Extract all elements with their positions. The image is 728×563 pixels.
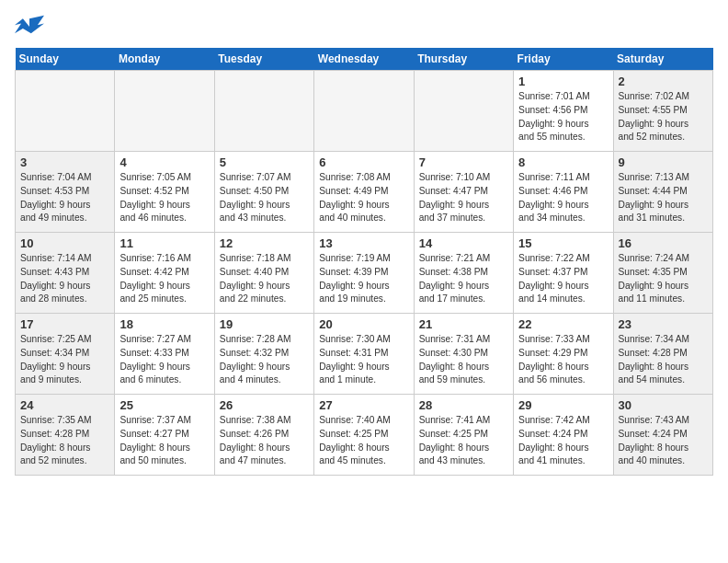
calendar-cell: 16Sunrise: 7:24 AM Sunset: 4:35 PM Dayli… <box>613 233 712 314</box>
svg-marker-0 <box>15 16 44 34</box>
day-number: 19 <box>220 317 309 331</box>
day-number: 14 <box>419 236 508 250</box>
day-info: Sunrise: 7:08 AM Sunset: 4:49 PM Dayligh… <box>319 171 408 225</box>
day-info: Sunrise: 7:41 AM Sunset: 4:25 PM Dayligh… <box>419 414 508 468</box>
calendar-cell <box>214 71 313 152</box>
day-number: 3 <box>20 155 109 169</box>
day-info: Sunrise: 7:24 AM Sunset: 4:35 PM Dayligh… <box>619 252 708 306</box>
logo <box>15 15 48 40</box>
col-header-thursday: Thursday <box>414 48 513 71</box>
calendar-cell: 5Sunrise: 7:07 AM Sunset: 4:50 PM Daylig… <box>214 152 313 233</box>
day-info: Sunrise: 7:13 AM Sunset: 4:44 PM Dayligh… <box>619 171 708 225</box>
day-info: Sunrise: 7:05 AM Sunset: 4:52 PM Dayligh… <box>119 171 209 225</box>
calendar-cell <box>115 71 214 152</box>
day-number: 27 <box>319 398 408 412</box>
calendar-cell: 9Sunrise: 7:13 AM Sunset: 4:44 PM Daylig… <box>613 152 712 233</box>
day-info: Sunrise: 7:10 AM Sunset: 4:47 PM Dayligh… <box>419 171 508 225</box>
day-number: 2 <box>619 75 708 88</box>
day-number: 18 <box>119 317 209 331</box>
day-number: 16 <box>619 236 708 250</box>
calendar-cell: 11Sunrise: 7:16 AM Sunset: 4:42 PM Dayli… <box>115 233 214 314</box>
calendar-cell: 12Sunrise: 7:18 AM Sunset: 4:40 PM Dayli… <box>214 233 313 314</box>
calendar-cell: 22Sunrise: 7:33 AM Sunset: 4:29 PM Dayli… <box>514 314 613 395</box>
calendar-cell: 24Sunrise: 7:35 AM Sunset: 4:28 PM Dayli… <box>16 395 115 476</box>
calendar-cell <box>16 71 115 152</box>
day-info: Sunrise: 7:11 AM Sunset: 4:46 PM Dayligh… <box>518 171 608 225</box>
day-number: 17 <box>20 317 109 331</box>
calendar-cell: 17Sunrise: 7:25 AM Sunset: 4:34 PM Dayli… <box>16 314 115 395</box>
day-number: 6 <box>319 155 408 169</box>
day-info: Sunrise: 7:19 AM Sunset: 4:39 PM Dayligh… <box>319 252 408 306</box>
calendar-row-4: 24Sunrise: 7:35 AM Sunset: 4:28 PM Dayli… <box>16 395 713 476</box>
calendar-row-0: 1Sunrise: 7:01 AM Sunset: 4:56 PM Daylig… <box>16 71 713 152</box>
calendar-cell: 29Sunrise: 7:42 AM Sunset: 4:24 PM Dayli… <box>514 395 613 476</box>
calendar-cell <box>414 71 513 152</box>
day-number: 22 <box>518 317 608 331</box>
day-info: Sunrise: 7:16 AM Sunset: 4:42 PM Dayligh… <box>119 252 209 306</box>
day-info: Sunrise: 7:22 AM Sunset: 4:37 PM Dayligh… <box>518 252 608 306</box>
calendar-cell: 1Sunrise: 7:01 AM Sunset: 4:56 PM Daylig… <box>514 71 613 152</box>
calendar-cell <box>314 71 414 152</box>
logo-icon <box>15 15 44 40</box>
day-number: 30 <box>619 398 708 412</box>
day-info: Sunrise: 7:35 AM Sunset: 4:28 PM Dayligh… <box>20 414 109 468</box>
day-info: Sunrise: 7:33 AM Sunset: 4:29 PM Dayligh… <box>518 333 608 387</box>
day-info: Sunrise: 7:40 AM Sunset: 4:25 PM Dayligh… <box>319 414 408 468</box>
calendar-row-1: 3Sunrise: 7:04 AM Sunset: 4:53 PM Daylig… <box>16 152 713 233</box>
calendar-row-2: 10Sunrise: 7:14 AM Sunset: 4:43 PM Dayli… <box>16 233 713 314</box>
calendar-cell: 19Sunrise: 7:28 AM Sunset: 4:32 PM Dayli… <box>214 314 313 395</box>
day-number: 9 <box>619 155 708 169</box>
day-info: Sunrise: 7:27 AM Sunset: 4:33 PM Dayligh… <box>119 333 209 387</box>
calendar-cell: 28Sunrise: 7:41 AM Sunset: 4:25 PM Dayli… <box>414 395 513 476</box>
calendar-cell: 10Sunrise: 7:14 AM Sunset: 4:43 PM Dayli… <box>16 233 115 314</box>
col-header-sunday: Sunday <box>16 48 115 71</box>
calendar-cell: 26Sunrise: 7:38 AM Sunset: 4:26 PM Dayli… <box>214 395 313 476</box>
day-info: Sunrise: 7:02 AM Sunset: 4:55 PM Dayligh… <box>619 90 708 144</box>
calendar-cell: 23Sunrise: 7:34 AM Sunset: 4:28 PM Dayli… <box>613 314 712 395</box>
day-number: 25 <box>119 398 209 412</box>
calendar-cell: 6Sunrise: 7:08 AM Sunset: 4:49 PM Daylig… <box>314 152 414 233</box>
day-number: 7 <box>419 155 508 169</box>
col-header-friday: Friday <box>514 48 613 71</box>
day-number: 5 <box>220 155 309 169</box>
day-number: 8 <box>518 155 608 169</box>
day-info: Sunrise: 7:07 AM Sunset: 4:50 PM Dayligh… <box>220 171 309 225</box>
day-info: Sunrise: 7:01 AM Sunset: 4:56 PM Dayligh… <box>518 90 608 144</box>
col-header-tuesday: Tuesday <box>214 48 313 71</box>
day-number: 10 <box>20 236 109 250</box>
calendar-cell: 2Sunrise: 7:02 AM Sunset: 4:55 PM Daylig… <box>613 71 712 152</box>
page-header <box>15 15 713 40</box>
day-info: Sunrise: 7:42 AM Sunset: 4:24 PM Dayligh… <box>518 414 608 468</box>
day-info: Sunrise: 7:28 AM Sunset: 4:32 PM Dayligh… <box>220 333 309 387</box>
calendar-table: SundayMondayTuesdayWednesdayThursdayFrid… <box>15 48 713 476</box>
calendar-cell: 14Sunrise: 7:21 AM Sunset: 4:38 PM Dayli… <box>414 233 513 314</box>
day-number: 23 <box>619 317 708 331</box>
day-info: Sunrise: 7:04 AM Sunset: 4:53 PM Dayligh… <box>20 171 109 225</box>
col-header-saturday: Saturday <box>613 48 712 71</box>
calendar-cell: 21Sunrise: 7:31 AM Sunset: 4:30 PM Dayli… <box>414 314 513 395</box>
day-number: 15 <box>518 236 608 250</box>
day-info: Sunrise: 7:34 AM Sunset: 4:28 PM Dayligh… <box>619 333 708 387</box>
day-number: 12 <box>220 236 309 250</box>
col-header-wednesday: Wednesday <box>314 48 414 71</box>
day-number: 4 <box>119 155 209 169</box>
day-info: Sunrise: 7:30 AM Sunset: 4:31 PM Dayligh… <box>319 333 408 387</box>
calendar-cell: 4Sunrise: 7:05 AM Sunset: 4:52 PM Daylig… <box>115 152 214 233</box>
calendar-cell: 7Sunrise: 7:10 AM Sunset: 4:47 PM Daylig… <box>414 152 513 233</box>
day-number: 13 <box>319 236 408 250</box>
day-info: Sunrise: 7:14 AM Sunset: 4:43 PM Dayligh… <box>20 252 109 306</box>
calendar-cell: 13Sunrise: 7:19 AM Sunset: 4:39 PM Dayli… <box>314 233 414 314</box>
day-info: Sunrise: 7:38 AM Sunset: 4:26 PM Dayligh… <box>220 414 309 468</box>
day-info: Sunrise: 7:25 AM Sunset: 4:34 PM Dayligh… <box>20 333 109 387</box>
day-info: Sunrise: 7:21 AM Sunset: 4:38 PM Dayligh… <box>419 252 508 306</box>
day-number: 20 <box>319 317 408 331</box>
calendar-cell: 3Sunrise: 7:04 AM Sunset: 4:53 PM Daylig… <box>16 152 115 233</box>
calendar-cell: 27Sunrise: 7:40 AM Sunset: 4:25 PM Dayli… <box>314 395 414 476</box>
day-info: Sunrise: 7:43 AM Sunset: 4:24 PM Dayligh… <box>619 414 708 468</box>
calendar-row-3: 17Sunrise: 7:25 AM Sunset: 4:34 PM Dayli… <box>16 314 713 395</box>
day-number: 1 <box>518 75 608 88</box>
day-number: 26 <box>220 398 309 412</box>
calendar-cell: 25Sunrise: 7:37 AM Sunset: 4:27 PM Dayli… <box>115 395 214 476</box>
calendar-cell: 15Sunrise: 7:22 AM Sunset: 4:37 PM Dayli… <box>514 233 613 314</box>
day-info: Sunrise: 7:18 AM Sunset: 4:40 PM Dayligh… <box>220 252 309 306</box>
